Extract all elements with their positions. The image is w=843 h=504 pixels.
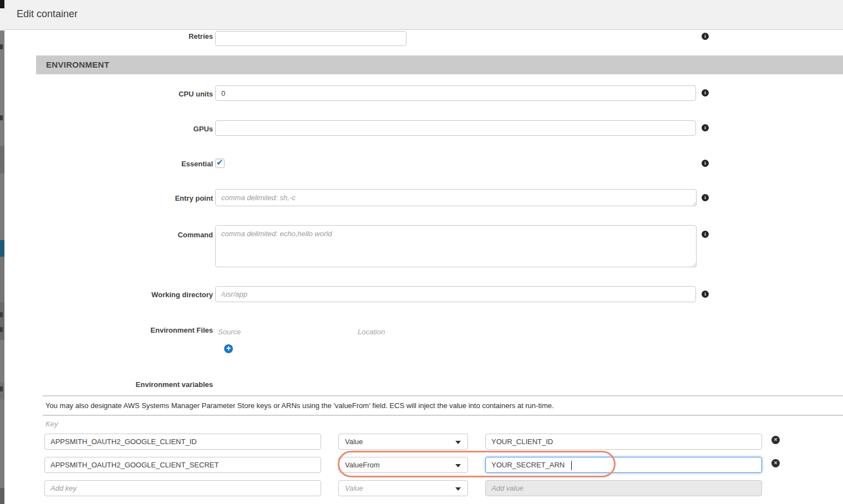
background-page-edge xyxy=(0,0,4,504)
cpu-units-info-icon[interactable]: i xyxy=(702,89,709,96)
command-info-icon[interactable]: i xyxy=(702,231,709,238)
divider xyxy=(43,395,843,396)
essential-label: Essential xyxy=(97,160,213,168)
env-var-key-input[interactable] xyxy=(44,480,321,496)
env-var-key-input[interactable] xyxy=(44,457,321,473)
environment-variables-label: Environment variables xyxy=(97,380,213,389)
key-column-header: Key xyxy=(45,420,58,428)
chevron-down-icon xyxy=(455,487,461,491)
panel-title: Edit container xyxy=(17,8,78,20)
background-highlight-row xyxy=(0,240,4,257)
command-label: Command xyxy=(97,231,213,239)
cpu-units-label: CPU units xyxy=(97,90,213,98)
environment-files-label: Environment Files xyxy=(97,326,213,334)
retries-input[interactable] xyxy=(215,31,407,46)
essential-checkbox[interactable]: ✔ xyxy=(215,159,225,168)
env-var-type-select[interactable]: Value xyxy=(338,434,468,450)
essential-info-icon[interactable]: i xyxy=(702,160,709,167)
cpu-units-input[interactable] xyxy=(215,85,696,101)
panel-header: Edit container xyxy=(4,0,843,30)
text-cursor xyxy=(571,461,572,470)
working-directory-label: Working directory xyxy=(97,291,213,299)
command-textarea[interactable] xyxy=(215,225,697,267)
gpus-info-icon[interactable]: i xyxy=(702,124,709,131)
add-environment-file-button[interactable]: + xyxy=(224,344,233,353)
checkmark-icon: ✔ xyxy=(216,157,224,167)
retries-label: Retries xyxy=(97,32,213,40)
delete-row-icon[interactable]: ✕ xyxy=(771,436,780,444)
entry-point-label: Entry point xyxy=(97,194,213,202)
entry-point-info-icon[interactable]: i xyxy=(702,194,709,201)
chevron-down-icon xyxy=(455,464,461,467)
env-var-value-input[interactable] xyxy=(485,434,762,450)
retries-info-icon[interactable]: i xyxy=(702,33,709,40)
gpus-input[interactable] xyxy=(215,120,696,136)
location-column-header: Location xyxy=(358,328,385,336)
entry-point-textarea[interactable] xyxy=(215,189,697,206)
environment-section-header: ENVIRONMENT xyxy=(36,55,843,74)
env-var-key-input[interactable] xyxy=(44,434,321,450)
working-directory-input[interactable] xyxy=(215,286,696,302)
source-column-header: Source xyxy=(218,328,241,336)
selected-option-label: ValueFrom xyxy=(345,461,380,469)
delete-row-icon[interactable]: ✕ xyxy=(771,459,780,467)
env-var-type-select[interactable]: ValueFrom xyxy=(338,457,468,473)
selected-option-label: Value xyxy=(345,437,363,446)
env-var-value-input[interactable] xyxy=(485,457,762,473)
selected-option-label: Value xyxy=(345,484,363,492)
gpus-label: GPUs xyxy=(97,125,213,133)
chevron-down-icon xyxy=(455,441,461,444)
edit-container-panel: Edit container Retries i ENVIRONMENT CPU… xyxy=(4,0,843,504)
env-var-value-input[interactable] xyxy=(485,480,762,496)
working-directory-info-icon[interactable]: i xyxy=(702,291,709,298)
env-var-type-select[interactable]: Value xyxy=(338,480,468,496)
divider xyxy=(43,415,843,416)
environment-section-title: ENVIRONMENT xyxy=(46,60,109,69)
valuefrom-note: You may also designate AWS Systems Manag… xyxy=(45,401,554,410)
